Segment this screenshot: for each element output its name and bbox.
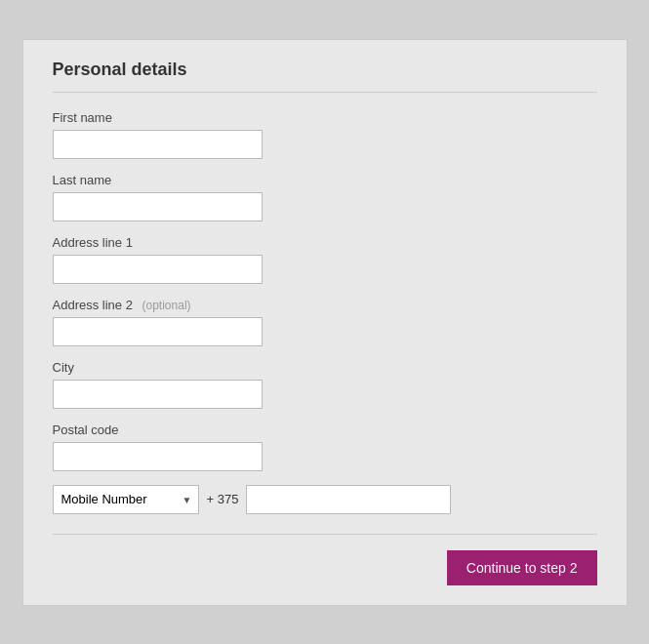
phone-number-input[interactable] bbox=[246, 485, 451, 514]
address-line-2-input[interactable] bbox=[53, 317, 263, 346]
address-line-1-label: Address line 1 bbox=[53, 235, 597, 250]
footer-divider bbox=[53, 534, 597, 535]
address-line-2-optional: (optional) bbox=[142, 299, 191, 312]
address-line-1-input[interactable] bbox=[53, 255, 263, 284]
address-line-2-label: Address line 2 (optional) bbox=[53, 298, 597, 312]
postal-code-group: Postal code bbox=[53, 423, 597, 471]
first-name-input[interactable] bbox=[53, 130, 263, 159]
city-input[interactable] bbox=[53, 380, 263, 409]
phone-type-wrapper: Mobile Number Home Number Work Number ▼ bbox=[53, 485, 199, 514]
personal-details-form: Personal details First name Last name Ad… bbox=[22, 39, 628, 606]
phone-country-code: + 375 bbox=[207, 492, 239, 506]
phone-type-select[interactable]: Mobile Number Home Number Work Number bbox=[53, 485, 199, 514]
city-group: City bbox=[53, 360, 597, 409]
phone-row: Mobile Number Home Number Work Number ▼ … bbox=[53, 485, 597, 514]
address-line-2-group: Address line 2 (optional) bbox=[53, 298, 597, 346]
postal-code-input[interactable] bbox=[53, 442, 263, 471]
last-name-label: Last name bbox=[53, 173, 597, 187]
last-name-group: Last name bbox=[53, 173, 597, 221]
postal-code-label: Postal code bbox=[53, 423, 597, 437]
address-line-1-group: Address line 1 bbox=[53, 235, 597, 284]
city-label: City bbox=[53, 360, 597, 375]
form-title: Personal details bbox=[53, 60, 597, 93]
first-name-group: First name bbox=[53, 110, 597, 159]
last-name-input[interactable] bbox=[53, 192, 263, 221]
continue-button[interactable]: Continue to step 2 bbox=[447, 550, 597, 585]
footer-row: Continue to step 2 bbox=[53, 550, 597, 585]
first-name-label: First name bbox=[53, 110, 597, 125]
